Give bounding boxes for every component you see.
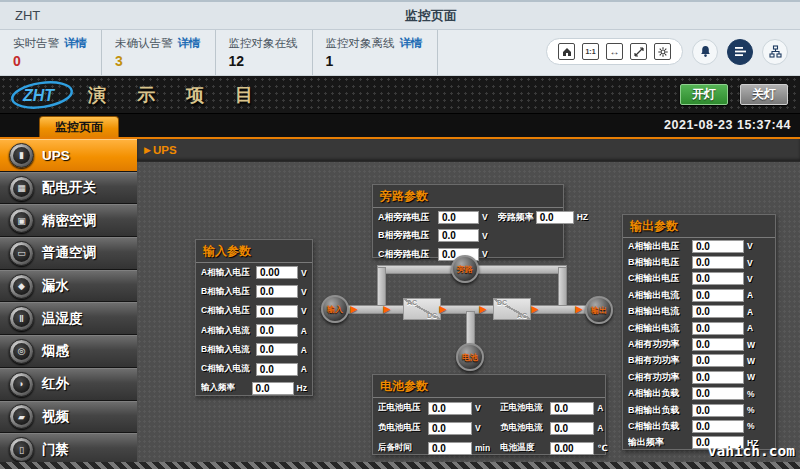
param-value-box[interactable]: 0.0 — [692, 420, 744, 433]
converter-label: AC — [407, 299, 417, 306]
sidebar-item-infrared[interactable]: ◗ 红外 — [0, 368, 137, 401]
param-row: B相旁路电压 0.0 V — [373, 227, 493, 246]
param-value-box[interactable]: 0.0 — [692, 371, 744, 384]
sidebar-item-ups[interactable]: ▮ UPS — [0, 139, 137, 172]
param-value-box[interactable]: 0.0 — [692, 387, 744, 400]
param-unit: V — [482, 231, 488, 241]
node-battery[interactable]: 电池 — [456, 343, 484, 371]
param-value-box[interactable]: 0.00 — [256, 266, 298, 279]
pipe-bypass-right — [558, 267, 567, 309]
param-value-box[interactable]: 0.0 — [438, 229, 479, 242]
param-value-box[interactable]: 0.0 — [256, 324, 298, 337]
inverter-box[interactable]: DC AC — [493, 298, 531, 320]
light-on-button[interactable]: 开灯 — [680, 84, 728, 105]
bottom-hatch-strip — [0, 462, 800, 469]
param-row: A相输入电流 0.0 A — [196, 321, 312, 340]
status-value: 12 — [229, 53, 298, 69]
brand-header: ZHT 演 示 项 目 开灯 关灯 — [0, 76, 800, 114]
param-label: B相输入电流 — [201, 344, 256, 356]
panel-title: 输出参数 — [623, 215, 775, 238]
param-unit: W — [747, 356, 755, 366]
param-unit: V — [747, 274, 753, 284]
param-unit: V — [747, 241, 753, 251]
sidebar-item-access-control[interactable]: ▯ 门禁 — [0, 433, 137, 466]
param-value-box[interactable]: 0.0 — [692, 305, 744, 318]
param-label: B相有功功率 — [628, 354, 692, 367]
sidebar-item-smoke[interactable]: ◎ 烟感 — [0, 335, 137, 368]
param-value-box[interactable]: 0.0 — [692, 256, 744, 269]
param-value-box[interactable]: 0.0 — [550, 402, 594, 415]
param-label: A相旁路电压 — [378, 211, 438, 224]
param-row: B相输入电流 0.0 A — [196, 340, 312, 359]
water-leak-icon: ◆ — [9, 274, 34, 299]
param-value-box[interactable]: 0.0 — [692, 289, 744, 302]
status-bar: 实时告警详情 0 未确认告警详情 3 监控对象在线 12 — [0, 30, 800, 76]
param-row: 负电池电压 0.0 V — [373, 418, 495, 438]
param-value-box[interactable]: 0.0 — [438, 211, 479, 224]
temp-humidity-icon: ‖ — [9, 306, 34, 331]
alarm-bell-icon[interactable] — [692, 39, 718, 65]
param-value-box[interactable]: 0.0 — [692, 404, 744, 417]
status-value: 1 — [326, 53, 423, 69]
ordinary-ac-icon: ▭ — [9, 241, 34, 266]
param-value-box[interactable]: 0.0 — [256, 343, 298, 356]
param-value-box[interactable]: 0.0 — [692, 354, 744, 367]
access-control-icon: ▯ — [9, 437, 34, 462]
param-value-box[interactable]: 0.0 — [692, 240, 744, 253]
param-row: 正电池电压 0.0 V — [373, 398, 495, 418]
param-row: 电池温度 0.00 ℃ — [495, 438, 612, 458]
video-icon: ▰ — [9, 404, 34, 429]
param-value-box[interactable]: 0.0 — [252, 382, 294, 395]
main-row: ▮ UPS ▦ 配电开关 ▣ 精密空调 ▭ 普通空调 — [0, 137, 800, 469]
tab-monitoring-page[interactable]: 监控页面 — [39, 116, 119, 138]
node-output[interactable]: 输出 — [585, 296, 613, 324]
param-value-box[interactable]: 0.0 — [428, 422, 472, 435]
sidebar-item-label: 烟感 — [42, 342, 69, 360]
sidebar-item-breaker[interactable]: ▦ 配电开关 — [0, 172, 137, 205]
fit-width-icon[interactable]: ↔ — [606, 43, 623, 60]
sidebar-item-precision-ac[interactable]: ▣ 精密空调 — [0, 204, 137, 237]
light-off-button[interactable]: 关灯 — [740, 84, 788, 105]
sidebar-item-temp-humidity[interactable]: ‖ 温湿度 — [0, 302, 137, 335]
converter-label: DC — [497, 299, 507, 306]
sidebar-item-water-leak[interactable]: ◆ 漏水 — [0, 270, 137, 303]
flow-arrow-icon: ► — [477, 303, 489, 315]
topology-icon[interactable] — [762, 39, 788, 65]
bypass-params-panel: 旁路参数 A相旁路电压 0.0 V — [372, 184, 564, 258]
rectifier-box[interactable]: AC DC — [403, 298, 441, 320]
details-link[interactable]: 详情 — [178, 37, 201, 49]
home-icon[interactable] — [558, 43, 575, 60]
breaker-icon: ▦ — [9, 176, 34, 201]
param-label: 旁路频率 — [498, 211, 536, 224]
param-value-box[interactable]: 0.0 — [692, 338, 744, 351]
param-unit: V — [475, 403, 481, 413]
details-link[interactable]: 详情 — [64, 37, 87, 49]
panel-title: 旁路参数 — [373, 185, 563, 208]
param-value-box[interactable]: 0.0 — [692, 272, 744, 285]
param-label: 后备时间 — [378, 442, 428, 454]
details-link[interactable]: 详情 — [400, 37, 423, 49]
param-value-box[interactable]: 0.00 — [550, 442, 594, 455]
fullscreen-icon[interactable] — [630, 43, 647, 60]
param-unit: A — [747, 323, 753, 333]
param-value-box[interactable]: 0.0 — [256, 285, 298, 298]
node-bypass[interactable]: 旁路 — [451, 255, 479, 283]
param-value-box[interactable]: 0.0 — [428, 442, 472, 455]
sidebar-item-ordinary-ac[interactable]: ▭ 普通空调 — [0, 237, 137, 270]
param-label: C相输入电压 — [201, 305, 256, 317]
settings-gear-icon[interactable] — [654, 43, 671, 60]
param-value-box[interactable]: 0.0 — [692, 322, 744, 335]
scale-1-1-icon[interactable]: 1:1 — [582, 43, 599, 60]
param-label: C相旁路电压 — [378, 248, 438, 261]
param-value-box[interactable]: 0.0 — [536, 211, 574, 224]
node-input[interactable]: 输入 — [321, 295, 349, 323]
param-value-box[interactable]: 0.0 — [256, 305, 298, 318]
param-value-box[interactable]: 0.0 — [256, 363, 298, 376]
sidebar-item-label: 门禁 — [42, 441, 69, 459]
sidebar-item-label: UPS — [42, 148, 70, 163]
param-unit: A — [597, 423, 603, 433]
param-value-box[interactable]: 0.0 — [428, 402, 472, 415]
param-value-box[interactable]: 0.0 — [550, 422, 594, 435]
list-view-icon[interactable] — [727, 39, 753, 65]
sidebar-item-video[interactable]: ▰ 视频 — [0, 401, 137, 434]
